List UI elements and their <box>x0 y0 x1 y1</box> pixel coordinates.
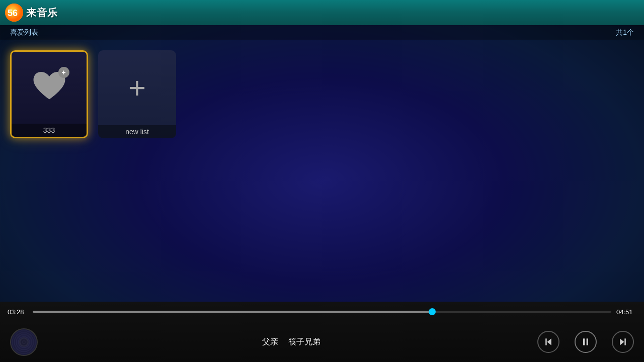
svg-marker-6 <box>620 338 624 345</box>
pause-button[interactable] <box>575 331 597 353</box>
new-list-card-label: new list <box>98 125 176 138</box>
pause-icon <box>581 337 591 347</box>
new-list-icon-area: + <box>98 50 176 125</box>
logo-icon: 56 <box>5 4 23 22</box>
favorites-card-label: 333 <box>12 124 87 137</box>
progress-track[interactable] <box>33 311 611 313</box>
progress-area: 03:28 04:51 <box>0 302 644 322</box>
player-controls <box>537 331 634 353</box>
add-icon: + <box>128 73 146 103</box>
player-bar: 03:28 04:51 父亲 筷子兄弟 <box>0 302 644 362</box>
svg-rect-3 <box>545 338 547 345</box>
total-time: 04:51 <box>616 308 636 316</box>
logo-area: 56 来音乐 <box>5 4 58 22</box>
current-time: 03:28 <box>8 308 28 316</box>
controls-area: 父亲 筷子兄弟 <box>0 322 644 362</box>
svg-rect-7 <box>624 338 626 345</box>
song-artist: 筷子兄弟 <box>288 337 320 347</box>
song-info: 父亲 筷子兄弟 <box>45 337 537 347</box>
next-button[interactable] <box>612 331 634 353</box>
subtitle-right: 共1个 <box>616 28 634 37</box>
song-title: 父亲 <box>262 337 278 347</box>
favorites-icon-area: + <box>12 52 87 124</box>
next-icon <box>618 337 628 347</box>
heart-icon: + <box>32 69 67 107</box>
favorites-card[interactable]: + 333 <box>10 50 88 138</box>
vinyl-disc <box>11 329 37 355</box>
subtitle-bar: 喜爱列表 共1个 <box>0 25 644 40</box>
main-content: + 333 + new list <box>0 40 644 302</box>
svg-text:56: 56 <box>8 8 18 18</box>
previous-button[interactable] <box>537 331 559 353</box>
album-art <box>10 328 38 356</box>
svg-rect-4 <box>583 338 585 345</box>
new-list-card[interactable]: + new list <box>98 50 176 138</box>
progress-thumb[interactable] <box>429 308 436 315</box>
progress-fill <box>33 311 432 313</box>
plus-badge-icon: + <box>58 67 69 78</box>
previous-icon <box>543 337 553 347</box>
subtitle-left: 喜爱列表 <box>10 28 616 37</box>
svg-marker-2 <box>547 338 551 345</box>
svg-rect-5 <box>587 338 588 345</box>
header: 56 来音乐 <box>0 0 644 25</box>
logo-text: 来音乐 <box>26 6 58 20</box>
